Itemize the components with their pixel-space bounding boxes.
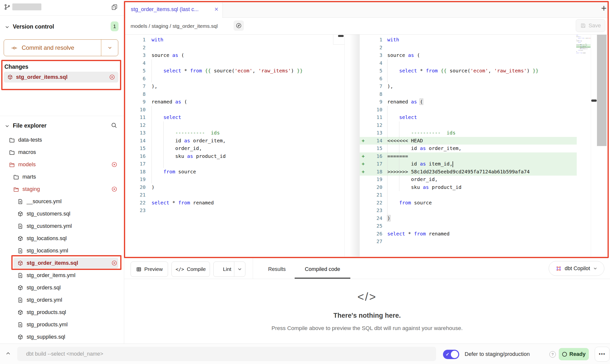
- lineage-compass-icon[interactable]: [234, 20, 244, 31]
- commit-and-resolve-button[interactable]: Commit and resolve: [4, 39, 118, 56]
- code-line[interactable]: 10: [360, 106, 577, 114]
- code-line[interactable]: 4: [360, 59, 577, 67]
- error-circle-icon[interactable]: [109, 74, 115, 80]
- error-circle-icon[interactable]: [111, 162, 117, 167]
- code-line[interactable]: 22select * from renamed: [125, 199, 344, 207]
- file-tree-item--sources-yml[interactable]: __sources.yml: [3, 195, 121, 208]
- expand-chevron-up-icon[interactable]: [5, 350, 11, 357]
- chevron-down-icon[interactable]: [4, 123, 10, 129]
- file-tree-item-stg-products-sql[interactable]: stg_products.sql: [3, 306, 121, 318]
- code-line[interactable]: 7),: [360, 83, 577, 90]
- code-line[interactable]: 23: [360, 207, 577, 215]
- file-tree-item-marts[interactable]: marts: [3, 171, 121, 183]
- compile-button[interactable]: </> Compile: [171, 262, 210, 277]
- chevron-down-icon[interactable]: [4, 24, 10, 30]
- defer-toggle[interactable]: ✓: [443, 350, 459, 359]
- git-branch-icon[interactable]: [4, 4, 11, 10]
- code-line[interactable]: 19: [125, 176, 344, 183]
- code-line[interactable]: 6: [360, 75, 577, 83]
- changed-file-row[interactable]: stg_order_items.sql: [4, 72, 119, 83]
- file-tree-item-stg-order-items-sql[interactable]: stg_order_items.sql: [3, 257, 121, 269]
- command-input[interactable]: dbt build --select <model_name>: [17, 347, 436, 361]
- code-line[interactable]: 20): [125, 183, 344, 191]
- file-tree-item-stg-products-yml[interactable]: stg_products.yml: [3, 318, 121, 331]
- code-line[interactable]: 9renamed as (: [360, 98, 577, 106]
- minimap[interactable]: withsource as ( select * from {{ source(…: [576, 35, 591, 55]
- new-tab-button[interactable]: +: [598, 2, 610, 14]
- code-line[interactable]: 2: [125, 44, 344, 52]
- tab-stg-order-items[interactable]: stg_order_items.sql (last c... ✕: [125, 1, 223, 18]
- code-line[interactable]: 12: [125, 121, 344, 129]
- file-tree-item-stg-locations-sql[interactable]: stg_locations.sql: [3, 232, 121, 245]
- code-line[interactable]: 12: [360, 121, 577, 129]
- error-circle-icon[interactable]: [111, 260, 117, 266]
- code-line[interactable]: 2: [360, 44, 577, 52]
- error-circle-icon[interactable]: [111, 186, 117, 192]
- code-line[interactable]: 27: [360, 238, 577, 246]
- code-line[interactable]: +14<<<<<<< HEAD: [360, 137, 577, 145]
- tab-results[interactable]: Results: [262, 262, 292, 277]
- code-line[interactable]: 21: [125, 191, 344, 199]
- file-tree-item-stg-orders-sql[interactable]: stg_orders.sql: [3, 281, 121, 294]
- diff-left-pane[interactable]: 1with23source as (45 select * from {{ so…: [125, 36, 344, 215]
- code-line[interactable]: +16=======: [360, 152, 577, 160]
- code-line[interactable]: 9renamed as (: [125, 98, 344, 106]
- file-tree-item-stg-customers-sql[interactable]: stg_customers.sql: [3, 208, 121, 220]
- code-line[interactable]: 6: [125, 75, 344, 83]
- breadcrumb[interactable]: models / staging / stg_order_items.sql: [131, 18, 218, 34]
- code-line[interactable]: 22 from source: [360, 199, 577, 207]
- left-pane-scrollbar[interactable]: [338, 35, 344, 37]
- file-tree-item-stg-customers-yml[interactable]: stg_customers.yml: [3, 220, 121, 232]
- code-line[interactable]: 15 id as order_item,: [360, 145, 577, 152]
- search-icon[interactable]: [111, 122, 117, 129]
- file-tree-item-macros[interactable]: macros: [3, 146, 121, 158]
- code-line[interactable]: 13 ---------- ids: [125, 129, 344, 137]
- file-tree-item-stg-orders-yml[interactable]: stg_orders.yml: [3, 294, 121, 306]
- copy-icon[interactable]: [111, 4, 118, 10]
- file-tree-item-staging[interactable]: staging: [3, 183, 121, 195]
- lint-chevron-down-icon[interactable]: [237, 266, 242, 272]
- code-line[interactable]: 11 select: [360, 114, 577, 121]
- code-line[interactable]: 26select * from renamed: [360, 230, 577, 238]
- code-line[interactable]: 21: [360, 191, 577, 199]
- more-options-button[interactable]: •••: [595, 347, 610, 362]
- code-line[interactable]: 16 sku as product_id: [125, 152, 344, 160]
- file-tree-item-stg-supplies-sql[interactable]: stg_supplies.sql: [3, 331, 121, 343]
- help-icon[interactable]: ?: [549, 351, 556, 358]
- commit-chevron-down-icon[interactable]: [107, 45, 113, 50]
- save-button[interactable]: Save: [576, 19, 605, 32]
- code-line[interactable]: 18 from source: [125, 168, 344, 176]
- code-line[interactable]: 1with: [360, 36, 577, 44]
- tab-close-icon[interactable]: ✕: [214, 1, 219, 17]
- code-line[interactable]: 13 ---------- ids: [360, 129, 577, 137]
- code-line[interactable]: 11 select: [125, 114, 344, 121]
- tab-compiled-code[interactable]: Compiled code: [297, 262, 348, 277]
- code-line[interactable]: 3source as (: [360, 51, 577, 59]
- code-line[interactable]: 3source as (: [125, 51, 344, 59]
- right-pane-scrollbar[interactable]: [597, 35, 607, 146]
- code-line[interactable]: 4: [125, 59, 344, 67]
- ready-status-badge[interactable]: Ready: [559, 348, 589, 360]
- code-line[interactable]: 5 select * from {{ source('ecom', 'raw_i…: [125, 67, 344, 75]
- code-line[interactable]: 8: [360, 90, 577, 98]
- code-line[interactable]: 5 select * from {{ source('ecom', 'raw_i…: [360, 67, 577, 75]
- code-line[interactable]: 14 id as order_item,: [125, 137, 344, 145]
- file-tree-item-data-tests[interactable]: data-tests: [3, 134, 121, 146]
- code-line[interactable]: 7),: [125, 83, 344, 90]
- code-line[interactable]: 10: [125, 106, 344, 114]
- file-tree-item-stg-locations-yml[interactable]: stg_locations.yml: [3, 245, 121, 257]
- code-line[interactable]: +17 id as item_id,: [360, 160, 577, 168]
- code-line[interactable]: 1with: [125, 36, 344, 44]
- file-tree-item-stg-order-items-yml[interactable]: stg_order_items.yml: [3, 269, 121, 281]
- code-line[interactable]: 15 order_id,: [125, 145, 344, 152]
- preview-button[interactable]: Preview: [131, 262, 168, 277]
- diff-right-pane[interactable]: 1with23source as (45 select * from {{ so…: [360, 36, 577, 246]
- code-line[interactable]: +18>>>>>>> 58c1dd23d5eebd9cd2495fa7124ab…: [360, 168, 577, 176]
- lint-button[interactable]: Lint: [213, 262, 245, 277]
- code-line[interactable]: 17: [125, 160, 344, 168]
- code-line[interactable]: 19 order_id,: [360, 176, 577, 183]
- code-line[interactable]: 25: [360, 222, 577, 230]
- code-line[interactable]: 8: [125, 90, 344, 98]
- code-line[interactable]: 20 sku as product_id: [360, 183, 577, 191]
- dbt-copilot-button[interactable]: dbt Copilot: [549, 261, 604, 276]
